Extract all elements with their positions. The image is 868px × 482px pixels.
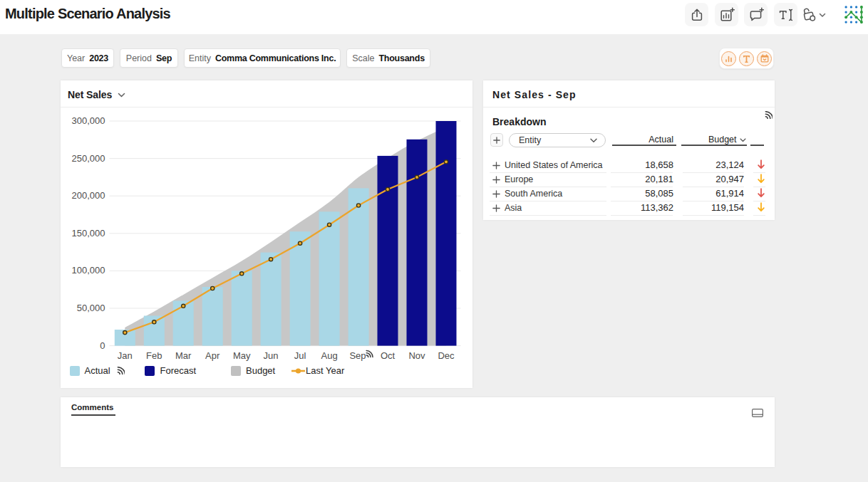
- svg-text:300,000: 300,000: [72, 115, 105, 126]
- svg-text:150,000: 150,000: [72, 228, 105, 239]
- svg-text:Aug: Aug: [321, 350, 338, 361]
- svg-text:Dec: Dec: [438, 350, 455, 361]
- svg-text:Mar: Mar: [175, 350, 192, 361]
- svg-text:Nov: Nov: [408, 350, 425, 361]
- svg-text:Sep: Sep: [349, 350, 366, 361]
- svg-text:Oct: Oct: [381, 350, 396, 361]
- svg-text:Apr: Apr: [205, 350, 220, 361]
- svg-text:Feb: Feb: [146, 350, 162, 361]
- svg-text:100,000: 100,000: [72, 265, 105, 276]
- svg-text:Jul: Jul: [294, 350, 306, 361]
- svg-text:Jan: Jan: [118, 350, 133, 361]
- svg-text:0: 0: [100, 340, 105, 351]
- svg-text:200,000: 200,000: [72, 190, 105, 201]
- svg-text:250,000: 250,000: [72, 153, 105, 164]
- svg-text:Jun: Jun: [264, 350, 279, 361]
- svg-text:May: May: [233, 350, 251, 361]
- svg-text:50,000: 50,000: [77, 303, 105, 313]
